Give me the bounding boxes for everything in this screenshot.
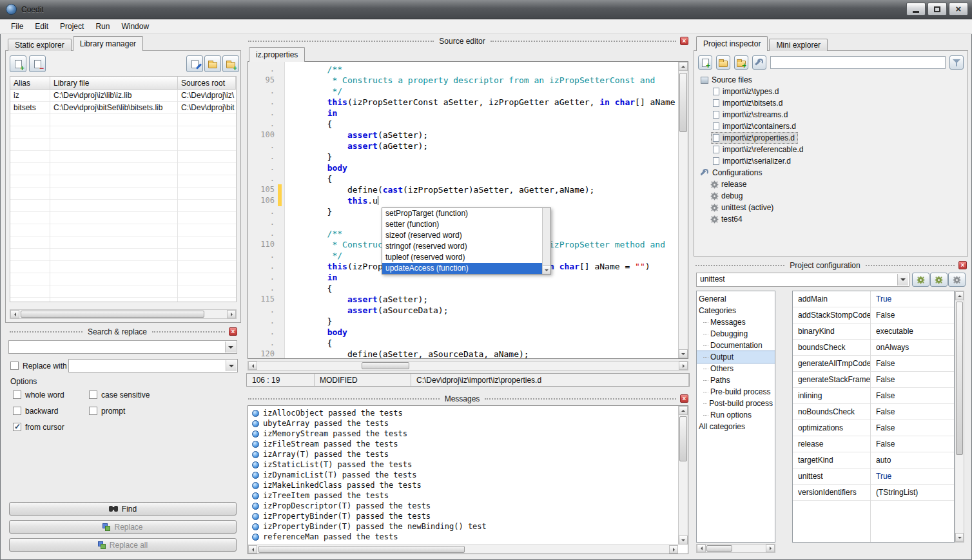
message-item[interactable]: referenceMan passed the tests xyxy=(249,532,677,542)
message-item[interactable]: izMakeLinkedClass passed the tests xyxy=(249,480,677,490)
add-source-button[interactable] xyxy=(698,55,712,70)
project-configuration-close-button[interactable] xyxy=(958,261,967,269)
category-others[interactable]: Others xyxy=(697,363,775,374)
message-item[interactable]: izPropertyBinder(T) passed the newBindin… xyxy=(249,521,677,532)
scroll-thumb[interactable] xyxy=(21,311,204,318)
completion-item[interactable]: sizeof (reserved word) xyxy=(382,230,542,241)
option-from-cursor[interactable]: from cursor xyxy=(13,419,89,435)
maximize-button[interactable] xyxy=(928,3,947,15)
config-action-button-2[interactable] xyxy=(930,273,948,287)
property-row[interactable]: addMainTrue xyxy=(793,291,954,307)
option-prompt[interactable]: prompt xyxy=(89,403,150,419)
category-messages[interactable]: Messages xyxy=(697,316,775,328)
tab-project-inspector[interactable]: Project inspector xyxy=(696,36,768,51)
message-item[interactable]: izMemoryStream passed the tests xyxy=(249,429,677,439)
property-row[interactable]: targetKindauto xyxy=(793,452,954,468)
completion-item[interactable]: setPropTarget (function) xyxy=(382,208,542,219)
completion-item[interactable]: stringof (reserved word) xyxy=(382,241,542,252)
category-categories[interactable]: Categories xyxy=(697,305,775,316)
scroll-right-button[interactable] xyxy=(679,362,688,370)
menu-window[interactable]: Window xyxy=(115,20,155,33)
configuration-node[interactable]: test64 xyxy=(701,213,964,225)
message-item[interactable]: izFileStream passed the tests xyxy=(249,439,677,449)
property-row[interactable]: releaseFalse xyxy=(793,436,954,452)
scroll-down-button[interactable] xyxy=(679,536,688,545)
open-source-button[interactable] xyxy=(716,55,730,70)
scroll-left-button[interactable] xyxy=(248,362,257,370)
property-row[interactable]: generateAllTmpCodeFalse xyxy=(793,356,954,372)
checkbox[interactable] xyxy=(89,407,97,415)
categories-hscrollbar[interactable] xyxy=(696,544,775,553)
combo-dropdown-button[interactable] xyxy=(225,342,236,352)
option-backward[interactable]: backward xyxy=(13,403,89,419)
editor-vscrollbar[interactable] xyxy=(678,62,688,358)
tab-static-explorer[interactable]: Static explorer xyxy=(8,39,72,51)
scroll-left-button[interactable] xyxy=(697,545,706,552)
edit-library-button[interactable] xyxy=(186,55,203,72)
messages-hscrollbar[interactable] xyxy=(248,545,678,554)
editor-tab[interactable]: iz.properties xyxy=(249,47,305,62)
scroll-thumb[interactable] xyxy=(362,362,409,369)
source-file-node[interactable]: import\iz\types.d xyxy=(701,86,964,97)
open-library-file-button[interactable] xyxy=(204,55,221,72)
remove-library-button[interactable] xyxy=(29,55,46,72)
menu-file[interactable]: File xyxy=(5,20,29,33)
category-pre-build-process[interactable]: Pre-build process xyxy=(697,386,775,398)
property-row[interactable]: unittestTrue xyxy=(793,468,954,485)
scroll-down-button[interactable] xyxy=(543,266,550,274)
source-files-node[interactable]: Source files xyxy=(701,74,964,86)
column-header[interactable]: Library file xyxy=(50,77,178,90)
combo-dropdown-button[interactable] xyxy=(226,360,237,371)
replace-all-button[interactable]: Replace all xyxy=(9,538,237,552)
editor-hscrollbar[interactable] xyxy=(248,361,688,371)
property-row[interactable]: optimizationsFalse xyxy=(793,420,954,436)
category-debugging[interactable]: Debugging xyxy=(697,328,775,340)
source-file-node[interactable]: import\iz\serializer.d xyxy=(701,155,964,167)
scroll-left-button[interactable] xyxy=(248,545,257,554)
option-whole-word[interactable]: whole word xyxy=(13,387,89,403)
message-item[interactable]: izStaticList(T) passed the tests xyxy=(249,459,677,470)
category-paths[interactable]: Paths xyxy=(697,374,775,386)
scroll-right-button[interactable] xyxy=(227,310,236,318)
tab-mini-explorer[interactable]: Mini explorer xyxy=(769,39,828,51)
source-file-node[interactable]: import\iz\properties.d xyxy=(701,132,964,144)
config-action-button-1[interactable] xyxy=(912,273,929,287)
tab-library-manager[interactable]: Library manager xyxy=(73,36,143,51)
add-library-folder-button[interactable] xyxy=(222,55,239,72)
message-item[interactable]: izArray(T) passed the tests xyxy=(249,449,677,459)
option-case-sensitive[interactable]: case sensitive xyxy=(89,387,150,403)
category-all-categories[interactable]: All categories xyxy=(697,421,775,432)
menu-project[interactable]: Project xyxy=(54,20,90,33)
category-documentation[interactable]: Documentation xyxy=(697,340,775,351)
checkbox[interactable] xyxy=(13,391,21,399)
source-file-node[interactable]: import\iz\containers.d xyxy=(701,121,964,132)
configuration-node[interactable]: unittest (active) xyxy=(701,202,964,213)
messages-vscrollbar[interactable] xyxy=(678,406,688,545)
menu-edit[interactable]: Edit xyxy=(29,20,54,33)
checkbox[interactable] xyxy=(13,407,21,415)
property-row[interactable]: addStackStompCodeFalse xyxy=(793,307,954,323)
config-selector[interactable]: unittest xyxy=(696,273,909,287)
library-row[interactable]: izC:\Dev\dproj\iz\lib\iz.libC:\Dev\dproj… xyxy=(10,90,236,102)
category-general[interactable]: General xyxy=(697,293,775,305)
property-grid-vscrollbar[interactable] xyxy=(955,291,964,543)
configurations-node[interactable]: Configurations xyxy=(701,167,964,179)
column-header[interactable]: Alias xyxy=(10,77,50,90)
message-item[interactable]: izPropertyBinder(T) passed the tests xyxy=(249,511,677,521)
library-row[interactable]: bitsetsC:\Dev\dproj\bitSet\lib\bitsets.l… xyxy=(10,102,236,114)
column-header[interactable]: Sources root xyxy=(178,77,236,90)
scroll-thumb[interactable] xyxy=(706,545,732,552)
category-post-build-process[interactable]: Post-build process xyxy=(697,398,775,409)
property-row[interactable]: inliningFalse xyxy=(793,388,954,404)
checkbox[interactable] xyxy=(13,423,21,431)
scroll-thumb[interactable] xyxy=(956,302,963,455)
source-file-node[interactable]: import\iz\bitsets.d xyxy=(701,97,964,109)
replace-term-combo[interactable] xyxy=(68,359,238,372)
scroll-up-button[interactable] xyxy=(679,406,688,415)
scroll-down-button[interactable] xyxy=(679,349,688,358)
property-row[interactable]: noBoundsCheckFalse xyxy=(793,404,954,420)
message-item[interactable]: izAllocObject passed the tests xyxy=(249,408,677,418)
scroll-thumb[interactable] xyxy=(679,416,687,461)
configuration-node[interactable]: release xyxy=(701,179,964,190)
replace-with-checkbox[interactable] xyxy=(10,362,19,370)
